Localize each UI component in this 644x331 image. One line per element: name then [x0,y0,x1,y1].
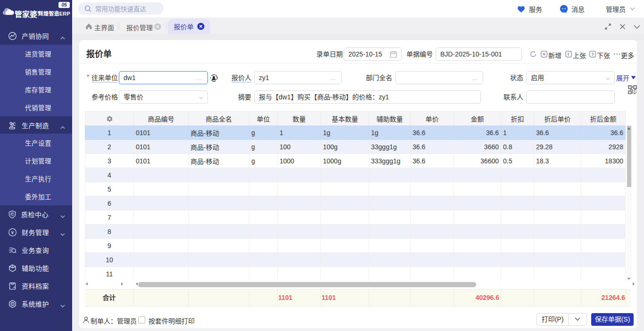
svg-text:检: 检 [10,211,14,216]
svg-text:¥: ¥ [11,230,14,235]
